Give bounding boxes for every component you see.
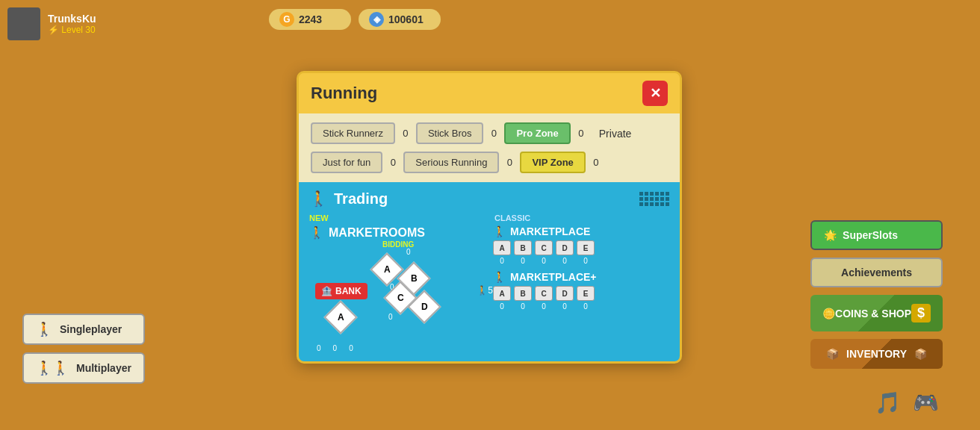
mp-plus-slot-b[interactable]: B bbox=[514, 286, 532, 301]
multiplayer-icon: 🚶🚶 bbox=[36, 360, 69, 376]
dollar-sign: $ bbox=[911, 304, 931, 322]
singleplayer-icon: 🚶 bbox=[36, 321, 52, 337]
mp-plus-slots-row: A B C D E bbox=[493, 286, 669, 301]
username: TrunksKu bbox=[48, 13, 96, 25]
mp-count-1: 0 bbox=[514, 257, 532, 265]
music-icon[interactable]: 🎵 bbox=[875, 390, 901, 415]
count-bottom-3: 0 bbox=[349, 344, 353, 352]
trading-title: 🚶 Trading bbox=[309, 190, 388, 208]
mp-plus-slot-d[interactable]: D bbox=[556, 286, 574, 301]
stick-runnerz-button[interactable]: Stick Runnerz bbox=[311, 122, 395, 144]
superslots-button[interactable]: 🌟 SuperSlots bbox=[810, 220, 943, 250]
inventory-button[interactable]: 📦 INVENTORY 📦 bbox=[810, 339, 943, 369]
mp-plus-slot-e[interactable]: E bbox=[577, 286, 595, 301]
marketrooms-title: 🚶 MARKETROOMS bbox=[309, 225, 486, 240]
stick-bros-button[interactable]: Stick Bros bbox=[416, 122, 484, 144]
close-button[interactable]: ✕ bbox=[642, 81, 668, 106]
bank-diamond-a-label: A bbox=[338, 312, 344, 322]
counter-1: 0 bbox=[400, 128, 412, 139]
diamond-b-label: B bbox=[411, 273, 418, 284]
marketplace-title: 🚶 MARKETPLACE bbox=[493, 225, 669, 237]
inventory-label: INVENTORY bbox=[846, 348, 907, 360]
user-info: TrunksKu ⚡ Level 30 bbox=[48, 13, 96, 35]
mp-plus-count-0: 0 bbox=[493, 302, 511, 311]
left-buttons: 🚶 Singleplayer 🚶🚶 Multiplayer bbox=[22, 314, 145, 384]
mp-count-2: 0 bbox=[535, 257, 553, 265]
counter-4: 0 bbox=[503, 157, 515, 168]
new-label: NEW bbox=[309, 214, 486, 222]
count-c: 0 bbox=[388, 313, 393, 321]
dialog-title: Running bbox=[311, 84, 377, 103]
zone-row: Pro Zone 0 bbox=[504, 122, 586, 144]
superslots-label: SuperSlots bbox=[843, 229, 898, 241]
bank-label: 🏦 BANK bbox=[315, 283, 368, 299]
marketrooms-icon: 🚶 bbox=[309, 225, 324, 240]
top-bar: TrunksKu ⚡ Level 30 bbox=[7, 7, 96, 40]
mp-count-3: 0 bbox=[556, 257, 574, 265]
trading-right: CLASSIC 🚶 MARKETPLACE A B C D E bbox=[493, 214, 669, 352]
blue-icon: ◈ bbox=[369, 12, 384, 27]
blue-currency: ◈ 100601 bbox=[359, 9, 441, 30]
mp-plus-count-1: 0 bbox=[514, 302, 532, 311]
user-level: ⚡ Level 30 bbox=[48, 25, 96, 35]
counter-5: 0 bbox=[575, 128, 587, 139]
vip-zone-row: VIP Zone 0 bbox=[520, 152, 601, 173]
classic-label: CLASSIC bbox=[494, 214, 669, 222]
trading-header: 🚶 Trading bbox=[309, 190, 669, 208]
private-label: Private bbox=[599, 128, 632, 140]
marketplace-plus-title: 🚶 MARKETPLACE+ bbox=[493, 271, 669, 283]
dialog-header: Running ✕ bbox=[299, 73, 680, 113]
marketplace-icon: 🚶 bbox=[493, 225, 506, 237]
diamond-d-label: D bbox=[421, 302, 428, 312]
bottom-icons: 🎵 🎮 bbox=[875, 390, 939, 415]
vip-zone-button[interactable]: VIP Zone bbox=[520, 152, 585, 173]
mp-plus-slot-a[interactable]: A bbox=[493, 286, 511, 301]
trading-section: 🚶 Trading NEW 🚶 MARKETROOMS BID bbox=[299, 182, 680, 361]
mp-plus-counts-row: 0 0 0 0 0 bbox=[493, 302, 669, 311]
mp-slot-b[interactable]: B bbox=[514, 240, 532, 255]
pro-zone-button[interactable]: Pro Zone bbox=[504, 122, 570, 144]
achievements-button[interactable]: Achievements bbox=[810, 258, 943, 287]
serious-running-button[interactable]: Serious Running bbox=[403, 152, 499, 173]
trading-left: NEW 🚶 MARKETROOMS BIDDING 0 A 0 0 bbox=[309, 214, 486, 352]
mp-count-0: 0 bbox=[493, 257, 511, 265]
inventory-icon-right: 📦 bbox=[914, 348, 927, 360]
diamond-c-label: C bbox=[397, 293, 404, 303]
achievements-label: Achievements bbox=[841, 267, 912, 278]
superslots-icon: 🌟 bbox=[824, 229, 837, 241]
mp-plus-slot-c[interactable]: C bbox=[535, 286, 553, 301]
run-row-1: Stick Runnerz 0 Stick Bros 0 Pro Zone 0 … bbox=[311, 122, 631, 144]
mp-slot-d[interactable]: D bbox=[556, 240, 574, 255]
mp-slot-e[interactable]: E bbox=[577, 240, 595, 255]
discord-icon[interactable]: 🎮 bbox=[913, 390, 939, 415]
coins-shop-button[interactable]: 🪙 COINS & SHOP $ bbox=[810, 295, 943, 331]
main-dialog: Running ✕ Stick Runnerz 0 Stick Bros 0 P… bbox=[297, 71, 682, 364]
bank-diamond-a[interactable]: A bbox=[323, 300, 357, 334]
mp-plus-count-2: 0 bbox=[535, 302, 553, 311]
bank-area: 🏦 BANK A bbox=[315, 283, 368, 329]
just-for-fun-button[interactable]: Just for fun bbox=[311, 152, 382, 173]
mp-slot-c[interactable]: C bbox=[535, 240, 553, 255]
coins-icon: 🪙 bbox=[822, 308, 835, 320]
inventory-icon-left: 📦 bbox=[826, 348, 839, 360]
blue-value: 100601 bbox=[388, 13, 424, 25]
run-row-2: Just for fun 0 Serious Running 0 VIP Zon… bbox=[311, 152, 631, 173]
mp-slots-row: A B C D E bbox=[493, 240, 669, 255]
counter-3: 0 bbox=[488, 128, 500, 139]
bottom-counts: 0 0 0 bbox=[317, 344, 486, 352]
bank-icon: 🏦 bbox=[321, 286, 332, 296]
diamond-a-label: A bbox=[384, 264, 391, 275]
multiplayer-button[interactable]: 🚶🚶 Multiplayer bbox=[22, 352, 145, 384]
marketplace-plus-section: 🚶 MARKETPLACE+ A B C D E 0 0 0 0 bbox=[493, 271, 669, 311]
mp-counts-row: 0 0 0 0 0 bbox=[493, 257, 669, 265]
gold-icon: G bbox=[279, 12, 294, 27]
grid-icon[interactable] bbox=[639, 192, 669, 206]
mp-count-4: 0 bbox=[577, 257, 595, 265]
mp-slot-a[interactable]: A bbox=[493, 240, 511, 255]
figure-count: 🚶5 bbox=[477, 285, 493, 296]
count-bottom-1: 0 bbox=[317, 344, 321, 352]
coins-shop-label: COINS & SHOP bbox=[835, 308, 911, 320]
mp-plus-count-4: 0 bbox=[577, 302, 595, 311]
gold-currency: G 2243 bbox=[269, 9, 351, 30]
singleplayer-button[interactable]: 🚶 Singleplayer bbox=[22, 314, 145, 345]
